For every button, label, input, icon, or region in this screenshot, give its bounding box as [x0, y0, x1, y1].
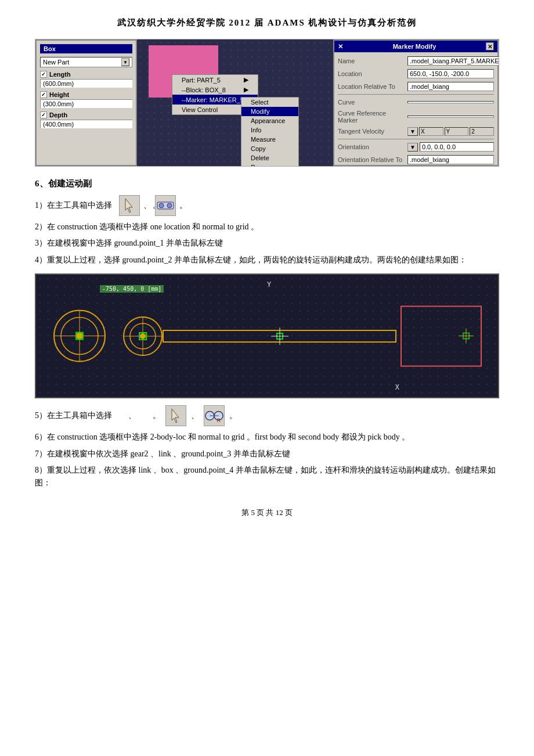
tool-icons-1: 、 。: [119, 195, 187, 216]
submenu: Select Modify Appearance Info Measure Co…: [241, 97, 299, 166]
submenu-delete[interactable]: Delete: [241, 153, 298, 163]
length-row: ✓ Length: [40, 71, 132, 78]
svg-marker-26: [172, 409, 179, 423]
tool-icon-row-1: 1）在主工具箱中选择 、 。 、 。: [35, 195, 499, 216]
marker-title-bar: ✕ Marker Modify ✕: [334, 41, 497, 52]
orientation-value[interactable]: 0.0, 0.0, 0.0: [420, 142, 494, 152]
height-checkbox[interactable]: ✓: [40, 91, 47, 98]
submenu-select[interactable]: Select: [241, 98, 298, 107]
gear-right-svg: [122, 315, 164, 357]
marker-curve-row: Curve: [338, 97, 494, 107]
marker-dialog-title: Marker Modify: [393, 43, 436, 50]
height-value: (300.0mm): [40, 99, 132, 108]
step6-text: 6）在 construction 选项框中选择 2-body-loc 和 nor…: [35, 431, 499, 444]
marker-dialog: ✕ Marker Modify ✕ Name .model_lxiang.PAR…: [333, 39, 499, 166]
page-header: 武汉纺织大学外经贸学院 2012 届 ADAMS 机构设计与仿真分析范例: [35, 17, 499, 28]
marker-location-rel-value[interactable]: .model_lxiang: [407, 82, 494, 91]
pointer-tool-icon[interactable]: [119, 195, 140, 216]
y-axis-label: Y: [267, 280, 271, 289]
viewport-2: -750, 450, 0 [mm] Y: [35, 273, 499, 398]
depth-row: ✓ Depth: [40, 111, 132, 118]
viewport-center: Part: PART_5▶ --Block: BOX_8▶ --Marker: …: [137, 39, 333, 166]
x-axis-label: X: [395, 383, 399, 391]
submenu-rename[interactable]: Rename: [241, 163, 298, 166]
section6-header: 6、创建运动副: [35, 178, 499, 189]
xyz-fields: X Y 2: [419, 127, 494, 136]
page-footer: 第 5 页 共 12 页: [35, 507, 499, 518]
orient-rel-value[interactable]: .model_lxiang: [407, 155, 494, 164]
svg-point-8: [167, 203, 172, 208]
step2-text: 2）在 construction 选项框中选择 one location 和 n…: [35, 221, 499, 233]
new-part-dropdown[interactable]: New Part ▼: [40, 57, 132, 67]
submenu-copy[interactable]: Copy: [241, 144, 298, 153]
box-dialog: Box New Part ▼ ✓ Length (600.0mm) ✓ Heig…: [35, 39, 137, 166]
marker-orient-rel-row: Orientation Relative To .model_lxiang: [338, 154, 494, 165]
screenshot-top: Box New Part ▼ ✓ Length (600.0mm) ✓ Heig…: [35, 39, 499, 167]
marker-location-rel-row: Location Relative To .model_lxiang: [338, 81, 494, 92]
marker-location-row: Location 650.0, -150.0, -200.0: [338, 69, 494, 79]
footer-text: 第 5 页 共 12 页: [241, 508, 293, 517]
gear-left-svg: [52, 308, 107, 363]
header-title: 武汉纺织大学外经贸学院 2012 届 ADAMS 机构设计与仿真分析范例: [117, 18, 417, 27]
x-field[interactable]: X: [419, 127, 443, 136]
tool-icon-row-2: 5）在主工具箱中选择 、 。 、 R 。: [35, 405, 499, 426]
context-menu-item-block[interactable]: --Block: BOX_8▶: [172, 85, 258, 95]
tangent-vel-dropdown[interactable]: ▼: [407, 127, 418, 136]
joint-tool-icon[interactable]: [155, 195, 176, 216]
marker-curve-value[interactable]: [407, 101, 494, 103]
marker-location-value[interactable]: 650.0, -150.0, -200.0: [407, 69, 494, 78]
marker-curve-ref-row: Curve Reference Marker: [338, 110, 494, 124]
marker-dialog-icon: ✕: [338, 43, 343, 51]
depth-value: (400.0mm): [40, 120, 132, 128]
step4-text: 4）重复以上过程，选择 ground.point_2 并单击鼠标左键，如此，两齿…: [35, 254, 499, 267]
separator-2: [338, 139, 494, 139]
submenu-appearance[interactable]: Appearance: [241, 116, 298, 125]
coord-label: -750, 450, 0 [mm]: [100, 285, 164, 293]
step8-text: 8）重复以上过程，依次选择 link 、box 、ground.point_4 …: [35, 464, 499, 490]
context-menu: Part: PART_5▶ --Block: BOX_8▶ --Marker: …: [172, 74, 258, 115]
marker-orientation-row: Orientation ▼ 0.0, 0.0, 0.0: [338, 142, 494, 152]
z-field[interactable]: 2: [470, 127, 494, 136]
step3-text: 3）在建模视窗中选择 ground.point_1 并单击鼠标左键: [35, 237, 499, 250]
revolute-tool-icon[interactable]: R: [204, 405, 225, 426]
marker-close-button[interactable]: ✕: [486, 42, 494, 51]
svg-marker-5: [125, 199, 132, 213]
depth-checkbox[interactable]: ✓: [40, 111, 47, 118]
dropdown-arrow-icon[interactable]: ▼: [121, 58, 129, 66]
marker-name-row: Name .model_lxiang.PART_5.MARKER_5: [338, 56, 494, 66]
step7-text: 7）在建模视窗中依次选择 gear2 、link 、ground.point_3…: [35, 448, 499, 460]
marker-tangent-row: Tangent Velocity ▼ X Y 2: [338, 126, 494, 136]
separator-1: [338, 94, 494, 95]
length-checkbox[interactable]: ✓: [40, 71, 47, 78]
height-row: ✓ Height: [40, 91, 132, 98]
marker-name-value[interactable]: .model_lxiang.PART_5.MARKER_5: [407, 56, 499, 66]
submenu-modify[interactable]: Modify: [241, 107, 298, 116]
submenu-info[interactable]: Info: [241, 125, 298, 135]
pointer-tool-icon-2[interactable]: [165, 405, 186, 426]
orientation-dropdown[interactable]: ▼: [407, 143, 418, 152]
context-menu-item-part[interactable]: Part: PART_5▶: [172, 75, 258, 85]
submenu-measure[interactable]: Measure: [241, 135, 298, 144]
link-bar: [163, 330, 396, 343]
marker-body: Name .model_lxiang.PART_5.MARKER_5 Locat…: [334, 52, 497, 167]
y-field[interactable]: Y: [445, 127, 469, 136]
svg-point-7: [159, 203, 164, 208]
box-dialog-title: Box: [40, 44, 132, 53]
marker-curve-ref-value[interactable]: [407, 116, 494, 118]
svg-text:R: R: [217, 418, 221, 424]
length-value: (600.0mm): [40, 79, 132, 88]
step5-text: 5）在主工具箱中选择 、 。: [35, 411, 161, 421]
box-shape: [400, 305, 482, 366]
